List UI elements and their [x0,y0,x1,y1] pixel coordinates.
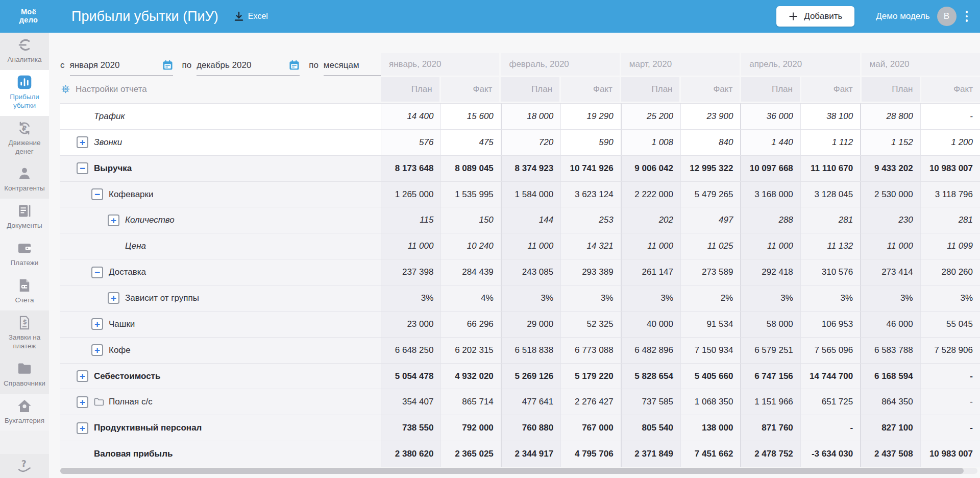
cell-plan: 9 433 202 [860,156,920,181]
column-header-plan: План [621,77,680,102]
cell-plan: 1 151 966 [740,389,800,415]
cell-plan: 23 000 [381,312,440,337]
svg-text:?: ? [21,459,27,469]
date-from-field[interactable]: января 2020 [70,60,173,76]
row-label-cell: +Полная с/с [60,389,381,415]
cell-fact: 11 110 670 [800,156,860,181]
row-label-cell: +Валовая прибыль [60,441,381,467]
cell-fact: 10 741 926 [560,156,620,181]
cell-fact: 840 [680,130,740,155]
scrollbar-thumb[interactable] [60,468,964,474]
expand-toggle[interactable]: + [77,396,88,408]
sidebar-item-profit-loss[interactable]: Прибыли убытки [0,70,49,116]
cell-fact: 281 [920,207,980,233]
cell-plan: 871 760 [740,415,800,441]
cell-fact: 7 528 906 [920,338,980,363]
cell-plan: 2 371 849 [621,441,680,467]
app-logo[interactable]: Моё дело [13,8,44,24]
cell-plan: 8 173 648 [381,156,440,181]
calendar-icon[interactable] [289,60,300,70]
avatar[interactable]: В [937,7,957,26]
cell-fact: 12 995 322 [680,156,740,181]
cell-fact: 1 068 350 [680,389,740,415]
column-header-fact: Факт [801,77,860,102]
collapse-toggle[interactable]: − [91,267,103,278]
cell-plan: 6 583 788 [860,338,920,363]
cell-plan: 40 000 [621,312,680,337]
kebab-menu-icon[interactable] [966,11,968,22]
sidebar-item-accounting[interactable]: Бухгалтерия [0,394,49,431]
expand-toggle[interactable]: + [77,136,88,148]
h-scrollbar[interactable] [60,468,977,474]
excel-button[interactable]: Excel [234,11,268,21]
date-from-label: с [60,60,65,76]
row-label: Продуктивный персонал [94,423,202,433]
add-button[interactable]: Добавить [776,6,854,27]
cell-plan: 10 097 668 [740,156,800,181]
expand-toggle[interactable]: + [108,214,119,226]
cell-plan: 11 000 [621,233,680,259]
month-header: январь, 2020 [381,53,499,76]
cell-plan: 8 374 923 [501,156,560,181]
cell-fact: 3% [800,285,860,311]
sidebar-item-documents[interactable]: Документы [0,199,49,236]
cell-fact: 3 623 124 [560,182,620,207]
row-label: Трафик [94,111,125,122]
cell-plan: 14 400 [381,104,440,129]
cell-fact: 293 389 [560,259,620,285]
period-value: месяцам [324,60,359,70]
expand-toggle[interactable]: + [91,344,103,356]
cell-plan: 18 000 [501,104,560,129]
row-label-cell: −Выручка [60,156,381,181]
cell-plan: 1 584 000 [501,182,560,207]
cell-fact: 6 202 315 [440,338,500,363]
cell-plan: 28 800 [860,104,920,129]
row-label-cell: −Кофеварки [60,182,381,207]
sidebar-item-label: Документы [2,222,47,230]
table-row: +Продуктивный персонал738 550792 000760 … [60,415,980,441]
row-label-cell: +Трафик [60,104,381,129]
account-name[interactable]: Демо модель [876,11,929,21]
filters: с января 2020 по декабрь 2020 по месяцам [60,49,405,76]
cell-fact: 38 100 [800,104,860,129]
analytics-icon [17,37,32,53]
collapse-toggle[interactable]: − [91,188,103,200]
cell-fact: 10 983 007 [920,441,980,467]
sidebar-item-invoices[interactable]: Счета [0,273,49,310]
row-label: Доставка [109,267,146,277]
row-label-cell: +Звонки [60,130,381,155]
cell-plan: 477 641 [501,389,560,415]
sidebar-item-label: Платежи [2,259,47,268]
sidebar-item-payments[interactable]: Платежи [0,236,49,273]
expand-toggle[interactable]: + [77,422,88,434]
sidebar-item-analytics[interactable]: Аналитика [0,33,49,70]
cell-fact: 19 290 [560,104,620,129]
cell-plan: 230 [860,207,920,233]
calendar-icon[interactable] [162,60,173,70]
sidebar-item-training[interactable]: ?Обучение [0,454,49,478]
cell-plan: 1 008 [621,130,680,155]
expand-toggle[interactable]: + [77,370,88,382]
cell-plan: 5 054 478 [381,364,440,389]
collapse-toggle[interactable]: − [77,162,88,174]
cell-plan: 1 265 000 [381,182,440,207]
sidebar-item-contractors[interactable]: Контрагенты [0,161,49,199]
expand-toggle[interactable]: + [91,318,103,330]
cell-plan: 827 100 [860,415,920,441]
date-to-field[interactable]: декабрь 2020 [197,60,300,76]
sidebar-item-payment-requests[interactable]: $Заявки на платеж [0,310,49,356]
row-label: Количество [125,215,175,225]
cell-fact: 5 179 220 [560,364,620,389]
topbar: Моё дело Прибыли убытки (ПиУ) Excel Доба… [0,0,980,33]
row-label-cell: +Количество [60,207,381,233]
cell-fact: 7 150 934 [680,338,740,363]
gear-icon [60,84,71,94]
report-settings-button[interactable]: Настройки отчета [60,84,147,94]
expand-toggle[interactable]: + [108,292,119,304]
period-label: по [309,60,318,76]
subheader-row: ПланФактПланФактПланФактПланФактПланФакт [381,77,980,102]
cell-plan: 2 222 000 [621,182,680,207]
row-label: Кофеварки [109,189,153,200]
sidebar-item-directories[interactable]: Справочники [0,356,49,394]
sidebar-item-money-flow[interactable]: ₽Движение денег [0,116,49,162]
